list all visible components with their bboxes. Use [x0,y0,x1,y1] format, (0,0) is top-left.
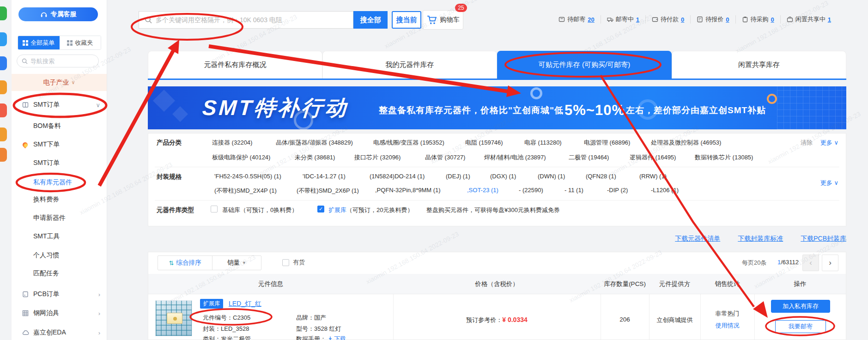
customer-service-button[interactable]: 专属客服 [18,7,98,21]
package-item[interactable]: - (22590) [519,187,543,194]
package-item[interactable]: (DGX) (1) [490,173,516,180]
next-page-button[interactable]: › [822,255,838,271]
tab-my-inventory[interactable]: 我的元器件库存 [322,51,497,79]
category-item[interactable]: 电阻 (159746) [465,139,503,147]
stat-value[interactable]: 0 [771,16,774,23]
edge-shortcut-icon[interactable] [0,128,7,141]
sidebar-tab-all-menu[interactable]: 全部菜单 [18,36,60,49]
stat-value[interactable]: 1 [828,16,831,23]
package-item[interactable]: (DEJ) (1) [446,173,470,180]
download-pcb-library-link[interactable]: 下载PCB封装库 [801,235,846,243]
tab-private-overview[interactable]: 元器件私有库存概况 [148,51,322,79]
category-item[interactable]: 电容 (113280) [524,139,562,147]
sidebar-item-jlc-eda[interactable]: 嘉立创EDA › [12,326,107,340]
package-item[interactable]: ,PQFN-32Pin,8*9MM (1) [375,187,441,194]
package-item[interactable]: (DWN) (1) [538,173,565,180]
sidebar-item-new-part-request[interactable]: 申请新器件 [12,211,107,225]
sidebar-item-match-tasks[interactable]: 匹配任务 [12,267,107,280]
sidebar-item-smt-tools[interactable]: SMT工具 [12,230,107,243]
cart-button[interactable]: 购物车 [423,10,463,30]
product-image[interactable] [155,300,192,336]
category-item[interactable]: 电感/线圈/变压器 (195352) [373,139,444,147]
stat-mailing[interactable]: 邮寄中 1 [601,15,645,24]
download-package-standard-link[interactable]: 下载封装库标准 [738,235,783,243]
sidebar-tab-favorites[interactable]: 收藏夹 [60,36,101,49]
in-stock-checkbox[interactable] [282,259,289,266]
category-item[interactable]: 数据转换芯片 (13085) [695,153,753,162]
package-item[interactable]: (1N5824)DO-214 (1) [370,173,425,180]
category-item[interactable]: 晶体管 (30727) [425,153,465,162]
stat-to-mail[interactable]: 待邮寄 20 [552,15,600,24]
sidebar-item-smt-order-group[interactable]: SMT订单 ∨ [12,98,107,112]
more-categories-link[interactable]: 更多 ∨ [820,139,838,147]
package-item[interactable]: -L1206 (1) [651,187,679,194]
package-item[interactable]: -DIP (2) [607,187,628,194]
stat-to-pay[interactable]: 待付款 0 [645,15,690,24]
sidebar-item-preferences[interactable]: 个人习惯 [12,249,107,262]
extended-library-checkbox[interactable]: ✓ [317,206,324,212]
search-current-button[interactable]: 搜当前 [392,11,421,29]
edge-shortcut-icon[interactable] [0,80,7,94]
category-item[interactable]: 晶体/振荡器/谐振器 (348829) [276,139,353,147]
stat-value[interactable]: 0 [681,16,684,23]
package-item[interactable]: (QFN28 (1) [586,173,616,180]
usage-info-link[interactable]: 使用情况 [700,322,754,330]
category-item[interactable]: 未分类 (38681) [295,153,335,162]
category-item[interactable]: 接口芯片 (32096) [354,153,401,162]
request-mail-button[interactable]: 我要邮寄 [775,320,826,333]
prev-page-button[interactable]: ‹ [802,255,819,271]
sidebar-tab-label: 收藏夹 [75,39,93,47]
tab-mountable-inventory[interactable]: 可贴元件库存 (可购买/可邮寄) [497,51,672,79]
sidebar-item-private-parts[interactable]: 私有库元器件 [12,176,107,189]
sidebar-nav-search-input[interactable] [30,58,86,65]
sort-comprehensive[interactable]: ⇅ 综合排序 [158,256,212,270]
category-item[interactable]: 板级电路保护 (40124) [212,153,270,162]
category-item[interactable]: 处理器及微控制器 (46953) [651,139,721,147]
package-item[interactable]: 'FH52-24S-0.5SH(05) (1) [214,173,281,180]
package-item[interactable]: (RRW) (1) [639,173,667,180]
stat-to-quote[interactable]: 待报价 0 [690,15,735,24]
search-all-button[interactable]: 搜全部 [353,11,388,29]
promo-banner[interactable]: SMT特补行动 整盘备私有库存元器件，价格比"立创商城"低5%~10%左右，差价… [148,86,846,129]
package-item[interactable]: (不带柱)SMD_2X4P (1) [214,187,277,195]
sidebar-item-swap-coupon[interactable]: 换料费券 [12,193,107,206]
edge-shortcut-icon[interactable] [0,148,7,162]
sidebar-item-stencil[interactable]: 钢网治具 › [12,306,107,320]
sidebar-item-pcb-orders[interactable]: PCB订单 › [12,287,107,301]
stat-value[interactable]: 1 [636,16,639,23]
sidebar-item-smt-orders[interactable]: SMT订单 [12,156,107,170]
package-item[interactable]: 'IDC-14-1.27 (1) [303,173,346,180]
part-name-link[interactable]: LED_灯_红 [229,300,261,308]
stat-idle-sharing[interactable]: 闲置共享中 1 [780,15,837,24]
edge-shortcut-icon[interactable] [0,6,7,20]
extended-library-option[interactable]: 扩展库（可预订，20元换料费） [328,206,413,214]
clear-filters-link[interactable]: 清除 [801,139,813,147]
main-search-input[interactable] [156,16,347,24]
stat-to-purchase[interactable]: 待采购 0 [735,15,780,24]
category-item[interactable]: 电源管理 (68896) [584,139,630,147]
basic-library-checkbox[interactable] [211,206,218,212]
more-packages-link[interactable]: 更多 ∨ [820,179,838,187]
package-item-selected[interactable]: ,SOT-23 (1) [467,187,498,194]
edge-shortcut-icon[interactable] [0,103,7,117]
download-parts-list-link[interactable]: 下载元器件清单 [675,235,720,243]
tab-idle-shared[interactable]: 闲置共享库存 [672,51,846,79]
industry-selector[interactable]: 电子产业 ∨ [12,74,107,91]
add-to-private-stock-button[interactable]: 加入私有库存 [771,300,830,313]
basic-library-option[interactable]: 基础库（可预订，0换料费） [222,206,297,214]
datasheet-download-link[interactable]: 下载 [328,335,346,340]
category-item[interactable]: 逻辑器件 (16495) [630,153,676,162]
edge-shortcut-icon[interactable] [0,32,7,46]
category-item[interactable]: 连接器 (32204) [212,139,252,147]
edge-shortcut-icon[interactable] [0,56,7,70]
stat-value[interactable]: 0 [726,16,729,23]
sidebar-item-bom[interactable]: BOM备料 [12,119,107,133]
stat-value[interactable]: 20 [588,16,594,23]
sidebar-item-smt-place-order[interactable]: SMT下单 [12,138,107,152]
package-item[interactable]: (不带柱)SMD_2X6P (1) [297,187,359,195]
sort-sales[interactable]: 销量 ▼ [212,256,261,270]
sidebar-nav-search[interactable] [17,55,99,67]
category-item[interactable]: 二极管 (19464) [569,153,609,162]
package-item[interactable]: - 11 (1) [565,187,583,194]
category-item[interactable]: 焊材/辅料/电池 (23897) [484,153,546,162]
